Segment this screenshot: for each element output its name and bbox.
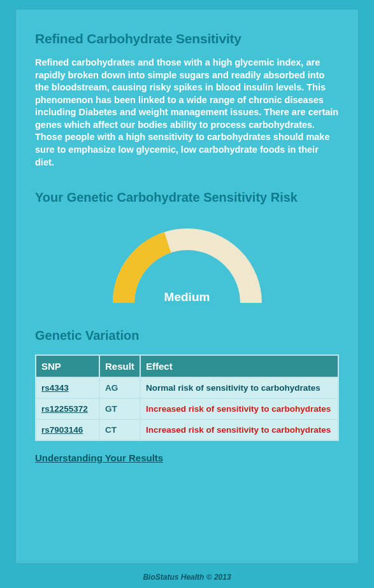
report-panel: Refined Carbohydrate Sensitivity Refined… xyxy=(15,9,359,564)
understanding-results-link[interactable]: Understanding Your Results xyxy=(35,452,163,463)
table-row: rs4343AGNormal risk of sensitivity to ca… xyxy=(36,377,338,398)
page-title: Refined Carbohydrate Sensitivity xyxy=(35,31,339,46)
footer-text: BioStatus Health © 2013 xyxy=(0,573,374,582)
risk-gauge: Medium xyxy=(35,220,339,309)
effect-cell: Increased risk of sensitivity to carbohy… xyxy=(140,419,338,440)
snp-cell: rs4343 xyxy=(36,377,99,398)
snp-link[interactable]: rs4343 xyxy=(41,383,69,393)
variation-heading: Genetic Variation xyxy=(35,328,339,343)
snp-cell: rs7903146 xyxy=(36,419,99,440)
snp-link[interactable]: rs12255372 xyxy=(41,404,88,414)
col-result: Result xyxy=(99,355,140,377)
result-cell: CT xyxy=(99,419,140,440)
variation-table: SNP Result Effect rs4343AGNormal risk of… xyxy=(35,354,339,441)
effect-cell: Normal risk of sensitivity to carbohydra… xyxy=(140,377,338,398)
result-cell: AG xyxy=(99,377,140,398)
effect-cell: Increased risk of sensitivity to carbohy… xyxy=(140,398,338,419)
intro-text: Refined carbohydrates and those with a h… xyxy=(35,57,339,169)
col-effect: Effect xyxy=(140,355,338,377)
result-cell: GT xyxy=(99,398,140,419)
risk-heading: Your Genetic Carbohydrate Sensitivity Ri… xyxy=(35,190,339,205)
snp-cell: rs12255372 xyxy=(36,398,99,419)
snp-link[interactable]: rs7903146 xyxy=(41,425,83,435)
col-snp: SNP xyxy=(36,355,99,377)
gauge-label: Medium xyxy=(104,290,270,304)
table-row: rs12255372GTIncreased risk of sensitivit… xyxy=(36,398,338,419)
table-row: rs7903146CTIncreased risk of sensitivity… xyxy=(36,419,338,440)
